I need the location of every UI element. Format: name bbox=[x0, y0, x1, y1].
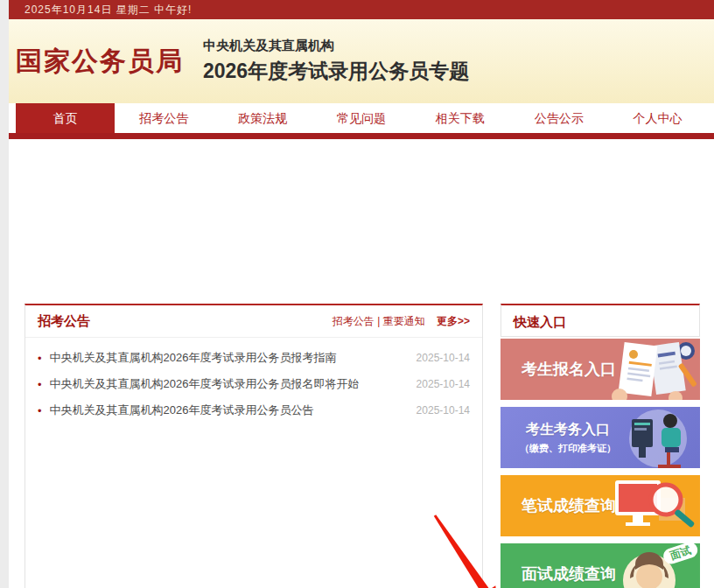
banner-sublabel: （缴费、打印准考证） bbox=[513, 442, 623, 455]
announcements-panel: 招考公告 招考公告 | 重要通知 更多>> • 中央机关及其直属机构2026年度… bbox=[24, 304, 483, 588]
site-subtitle: 中央机关及其直属机构 2026年度考试录用公务员专题 bbox=[203, 38, 469, 85]
banner-interview-score[interactable]: 面试成绩查询 面试 bbox=[500, 543, 700, 588]
banner-written-exam-score[interactable]: 笔试成绩查询 bbox=[500, 475, 700, 536]
announcement-title[interactable]: 中央机关及其直属机构2026年度考试录用公务员公告 bbox=[50, 402, 408, 418]
quick-entry-title: 快速入口 bbox=[514, 314, 566, 331]
announcement-date: 2025-10-14 bbox=[416, 352, 470, 364]
list-item[interactable]: • 中央机关及其直属机构2026年度考试录用公务员报考指南 2025-10-14 bbox=[38, 345, 470, 371]
main-nav: 首页 招考公告 政策法规 常见问题 相关下载 公告公示 个人中心 bbox=[9, 103, 714, 133]
nav-underline bbox=[9, 133, 714, 139]
announcements-tab-links[interactable]: 招考公告 | 重要通知 bbox=[332, 315, 425, 327]
list-item[interactable]: • 中央机关及其直属机构2026年度考试录用公务员公告 2025-10-14 bbox=[38, 397, 470, 424]
banner-exam-affairs[interactable]: 考生考务入口 （缴费、打印准考证） bbox=[500, 407, 700, 468]
site-logo-title: 国家公务员局 bbox=[16, 44, 184, 80]
tab-recruit-announcements[interactable]: 招考公告 bbox=[115, 103, 214, 133]
announcements-list: • 中央机关及其直属机构2026年度考试录用公务员报考指南 2025-10-14… bbox=[25, 338, 482, 424]
subtitle-line1: 中央机关及其直属机构 bbox=[203, 38, 469, 54]
banner-label-group: 考生考务入口 （缴费、打印准考证） bbox=[500, 421, 623, 455]
banner-label: 面试成绩查询 bbox=[500, 564, 616, 584]
banner-label: 笔试成绩查询 bbox=[500, 495, 616, 516]
tab-personal-center[interactable]: 个人中心 bbox=[608, 103, 707, 133]
bullet-icon: • bbox=[38, 404, 42, 417]
content-area: 招考公告 招考公告 | 重要通知 更多>> • 中央机关及其直属机构2026年度… bbox=[9, 139, 714, 588]
tab-policies[interactable]: 政策法规 bbox=[214, 103, 312, 133]
tab-faq[interactable]: 常见问题 bbox=[312, 103, 411, 133]
exam-affairs-illustration-icon bbox=[612, 407, 700, 468]
quick-entry-panel: 快速入口 bbox=[500, 304, 700, 337]
interview-illustration-icon: 面试 bbox=[612, 543, 700, 588]
announcement-title[interactable]: 中央机关及其直属机构2026年度考试录用公务员报名即将开始 bbox=[50, 376, 408, 392]
date-bar: 2025年10月14日 星期二 中午好! bbox=[9, 0, 714, 19]
tab-home[interactable]: 首页 bbox=[16, 103, 115, 133]
date-greeting-text: 2025年10月14日 星期二 中午好! bbox=[24, 4, 192, 16]
announcements-header-links: 招考公告 | 重要通知 更多>> bbox=[332, 314, 470, 329]
list-item[interactable]: • 中央机关及其直属机构2026年度考试录用公务员报名即将开始 2025-10-… bbox=[38, 371, 470, 397]
subtitle-line2: 2026年度考试录用公务员专题 bbox=[203, 58, 469, 85]
announcement-title[interactable]: 中央机关及其直属机构2026年度考试录用公务员报考指南 bbox=[50, 350, 408, 366]
bullet-icon: • bbox=[38, 352, 42, 365]
page: 2025年10月14日 星期二 中午好! 国家公务员局 中央机关及其直属机构 2… bbox=[9, 0, 714, 588]
site-header: 国家公务员局 中央机关及其直属机构 2026年度考试录用公务员专题 bbox=[9, 19, 714, 103]
announcements-more-link[interactable]: 更多>> bbox=[437, 315, 470, 327]
bullet-icon: • bbox=[38, 378, 42, 391]
quick-entry-header: 快速入口 bbox=[501, 305, 699, 340]
announcement-date: 2025-10-14 bbox=[416, 378, 470, 390]
banner-label: 考生考务入口 bbox=[513, 421, 623, 439]
announcement-date: 2025-10-14 bbox=[416, 404, 470, 416]
banner-label: 考生报名入口 bbox=[500, 359, 616, 380]
tab-public-notices[interactable]: 公告公示 bbox=[509, 103, 608, 133]
announcements-header: 招考公告 招考公告 | 重要通知 更多>> bbox=[25, 305, 482, 338]
banner-candidate-registration[interactable]: 考生报名入口 bbox=[500, 339, 700, 400]
tab-downloads[interactable]: 相关下载 bbox=[410, 103, 509, 133]
score-query-illustration-icon bbox=[608, 475, 700, 536]
announcements-title: 招考公告 bbox=[38, 313, 90, 330]
